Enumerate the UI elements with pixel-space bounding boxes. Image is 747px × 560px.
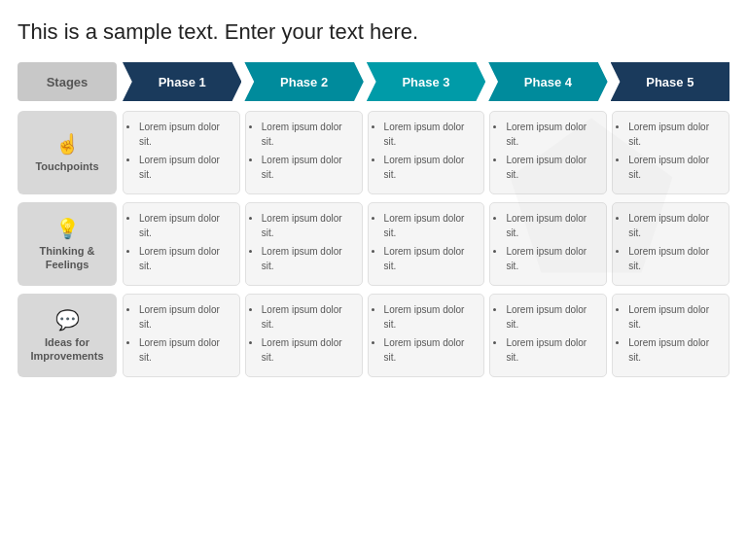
list-item: Lorem ipsum dolor sit. — [506, 153, 598, 182]
phase1-label: Phase 1 — [159, 75, 206, 89]
phase4-label: Phase 4 — [524, 75, 572, 89]
list-item: Lorem ipsum dolor sit. — [506, 120, 598, 149]
list-item: Lorem ipsum dolor sit. — [506, 302, 598, 332]
ideas-row: 💬 Ideas forImprovements Lorem ipsum dolo… — [18, 294, 729, 377]
list-item: Lorem ipsum dolor sit. — [506, 244, 598, 273]
list-item: Lorem ipsum dolor sit. — [262, 120, 354, 149]
list-item: Lorem ipsum dolor sit. — [628, 120, 721, 149]
list-item: Lorem ipsum dolor sit. — [139, 211, 231, 240]
list-item: Lorem ipsum dolor sit. — [139, 153, 231, 182]
list-item: Lorem ipsum dolor sit. — [506, 335, 598, 365]
page: ⬟ This is a sample text. Enter your text… — [0, 0, 747, 560]
thinking-label: Thinking &Feelings — [40, 244, 95, 272]
phase5-label: Phase 5 — [646, 75, 694, 89]
list-item: Lorem ipsum dolor sit. — [262, 244, 354, 273]
header-row: Stages Phase 1 Phase 2 Phase 3 Phase 4 P… — [18, 62, 729, 101]
phase3-label: Phase 3 — [402, 75, 449, 89]
touchpoints-cell-2: Lorem ipsum dolor sit. Lorem ipsum dolor… — [245, 111, 363, 194]
list-item: Lorem ipsum dolor sit. — [262, 211, 354, 240]
list-item: Lorem ipsum dolor sit. — [139, 244, 231, 273]
ideas-cells: Lorem ipsum dolor sit. Lorem ipsum dolor… — [123, 294, 729, 377]
phase4-arrow: Phase 4 — [488, 62, 607, 101]
touchpoints-cell-3: Lorem ipsum dolor sit. Lorem ipsum dolor… — [368, 111, 485, 194]
thinking-cells: Lorem ipsum dolor sit. Lorem ipsum dolor… — [123, 202, 729, 286]
thinking-cell-2: Lorem ipsum dolor sit. Lorem ipsum dolor… — [245, 202, 363, 286]
list-item: Lorem ipsum dolor sit. — [384, 153, 477, 182]
list-item: Lorem ipsum dolor sit. — [506, 211, 598, 240]
list-item: Lorem ipsum dolor sit. — [384, 211, 477, 240]
phase5-arrow: Phase 5 — [611, 62, 729, 101]
ideas-cell-1: Lorem ipsum dolor sit. Lorem ipsum dolor… — [123, 294, 240, 377]
list-item: Lorem ipsum dolor sit. — [628, 153, 721, 182]
list-item: Lorem ipsum dolor sit. — [628, 302, 721, 332]
thinking-icon: 💡 — [55, 217, 80, 240]
touchpoints-label: Touchpoints — [35, 159, 98, 173]
ideas-cell-5: Lorem ipsum dolor sit. Lorem ipsum dolor… — [612, 294, 729, 377]
thinking-cell-5: Lorem ipsum dolor sit. Lorem ipsum dolor… — [612, 202, 729, 286]
phase2-arrow: Phase 2 — [244, 62, 363, 101]
ideas-cell-4: Lorem ipsum dolor sit. Lorem ipsum dolor… — [489, 294, 607, 377]
list-item: Lorem ipsum dolor sit. — [139, 302, 231, 332]
touchpoints-cell-4: Lorem ipsum dolor sit. Lorem ipsum dolor… — [489, 111, 607, 194]
phase1-arrow: Phase 1 — [123, 62, 241, 101]
thinking-row: 💡 Thinking &Feelings Lorem ipsum dolor s… — [18, 202, 729, 286]
thinking-cell-1: Lorem ipsum dolor sit. Lorem ipsum dolor… — [123, 202, 240, 286]
phase2-label: Phase 2 — [280, 75, 328, 89]
thinking-cell-3: Lorem ipsum dolor sit. Lorem ipsum dolor… — [368, 202, 485, 286]
ideas-label-cell: 💬 Ideas forImprovements — [18, 294, 117, 377]
list-item: Lorem ipsum dolor sit. — [384, 302, 477, 332]
touchpoints-row: ☝ Touchpoints Lorem ipsum dolor sit. Lor… — [18, 111, 729, 194]
list-item: Lorem ipsum dolor sit. — [384, 335, 477, 365]
thinking-cell-4: Lorem ipsum dolor sit. Lorem ipsum dolor… — [489, 202, 607, 286]
touchpoints-cell-5: Lorem ipsum dolor sit. Lorem ipsum dolor… — [612, 111, 729, 194]
touchpoints-cells: Lorem ipsum dolor sit. Lorem ipsum dolor… — [123, 111, 729, 194]
ideas-cell-2: Lorem ipsum dolor sit. Lorem ipsum dolor… — [245, 294, 363, 377]
list-item: Lorem ipsum dolor sit. — [262, 153, 354, 182]
list-item: Lorem ipsum dolor sit. — [262, 335, 354, 365]
stages-label: Stages — [18, 62, 117, 101]
thinking-label-cell: 💡 Thinking &Feelings — [18, 202, 117, 286]
phase3-arrow: Phase 3 — [367, 62, 485, 101]
list-item: Lorem ipsum dolor sit. — [139, 120, 231, 149]
main-title: This is a sample text. Enter your text h… — [18, 19, 729, 45]
list-item: Lorem ipsum dolor sit. — [628, 211, 721, 240]
ideas-label: Ideas forImprovements — [30, 335, 103, 364]
list-item: Lorem ipsum dolor sit. — [384, 120, 477, 149]
ideas-cell-3: Lorem ipsum dolor sit. Lorem ipsum dolor… — [368, 294, 485, 377]
list-item: Lorem ipsum dolor sit. — [384, 244, 477, 273]
content-rows: ☝ Touchpoints Lorem ipsum dolor sit. Lor… — [18, 111, 729, 377]
touchpoints-label-cell: ☝ Touchpoints — [18, 111, 117, 194]
ideas-icon: 💬 — [55, 308, 80, 332]
list-item: Lorem ipsum dolor sit. — [628, 244, 721, 273]
touchpoint-icon: ☝ — [55, 132, 80, 156]
list-item: Lorem ipsum dolor sit. — [139, 335, 231, 365]
list-item: Lorem ipsum dolor sit. — [262, 302, 354, 332]
list-item: Lorem ipsum dolor sit. — [628, 335, 721, 365]
touchpoints-cell-1: Lorem ipsum dolor sit. Lorem ipsum dolor… — [123, 111, 240, 194]
